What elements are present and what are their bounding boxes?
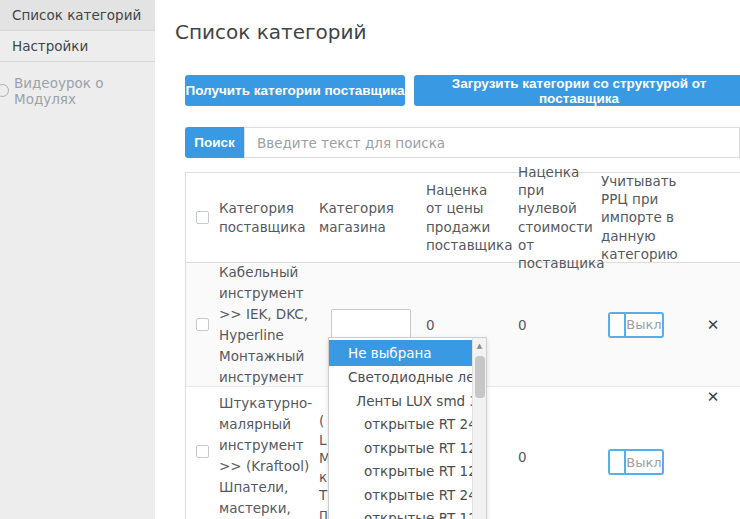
- category-dropdown-list: Не выбрана Светодиодные ленты Ленты LUX …: [329, 340, 472, 519]
- video-circle-icon: [0, 84, 9, 97]
- select-all-checkbox[interactable]: [196, 211, 209, 224]
- scrollbar-thumb[interactable]: [475, 356, 485, 398]
- row-checkbox[interactable]: [196, 445, 209, 458]
- col-supplier-category: Категория поставщика: [219, 199, 319, 235]
- table-header-row: Категория поставщика Категория магазина …: [186, 173, 740, 263]
- sidebar-item-category-list[interactable]: Список категорий: [0, 0, 155, 31]
- dropdown-scrollbar[interactable]: ▲: [472, 338, 486, 519]
- search-input[interactable]: [244, 127, 740, 158]
- col-markup-sale-price: Наценка от цены продажи поставщика: [414, 181, 506, 254]
- get-supplier-categories-button[interactable]: Получить категории поставщика: [185, 75, 405, 106]
- dropdown-option[interactable]: открытые RT 12V 60: [329, 460, 472, 484]
- toggle-knob: [610, 451, 626, 473]
- markup-zero-value: 0: [506, 317, 601, 333]
- markup-sale-value: 0: [414, 317, 506, 333]
- delete-row-icon[interactable]: ✕: [707, 388, 728, 406]
- rrc-toggle[interactable]: Выкл: [608, 449, 664, 475]
- dropdown-option[interactable]: Не выбрана: [329, 340, 472, 366]
- dropdown-option[interactable]: открытые RT 24V 30: [329, 413, 472, 437]
- page-title: Список категорий: [175, 20, 366, 44]
- toggle-label: Выкл: [626, 451, 662, 473]
- sidebar-item-label: Список категорий: [12, 7, 141, 23]
- scroll-up-icon[interactable]: ▲: [473, 338, 486, 353]
- delete-row-icon[interactable]: ✕: [707, 316, 728, 334]
- toggle-label: Выкл: [626, 314, 662, 336]
- search-button[interactable]: Поиск: [185, 127, 244, 158]
- row-checkbox[interactable]: [196, 318, 209, 331]
- supplier-category-text: Кабельный инструмент >> IEK, DKC, Hyperl…: [219, 262, 319, 388]
- module-categories-page: Список категорий Настройки Видеоурок о М…: [0, 0, 740, 519]
- col-markup-zero-cost: Наценка при нулевой стоимости от поставщ…: [506, 163, 601, 272]
- sidebar: Список категорий Настройки Видеоурок о М…: [0, 0, 155, 519]
- dropdown-option[interactable]: открытые RT 12V 60: [329, 437, 472, 461]
- sidebar-item-settings[interactable]: Настройки: [0, 31, 155, 62]
- rrc-toggle[interactable]: Выкл: [608, 312, 664, 338]
- shop-category-select[interactable]: [331, 309, 411, 341]
- dropdown-option[interactable]: Ленты LUX smd 3528: [329, 390, 472, 414]
- category-dropdown: Не выбрана Светодиодные ленты Ленты LUX …: [328, 337, 487, 519]
- sidebar-item-label: Видеоурок о Модулях: [14, 75, 155, 107]
- col-shop-category: Категория магазина: [319, 199, 414, 235]
- sidebar-item-video-tutorial[interactable]: Видеоурок о Модулях: [0, 75, 155, 106]
- sidebar-item-label: Настройки: [12, 38, 88, 54]
- load-categories-structure-button[interactable]: Загрузить категории со структурой от пос…: [414, 75, 740, 106]
- dropdown-option[interactable]: открытые RT 24V 60: [329, 484, 472, 508]
- toggle-knob: [610, 314, 626, 336]
- dropdown-option[interactable]: Светодиодные ленты: [329, 366, 472, 390]
- dropdown-option[interactable]: открытые RT 12V 12: [329, 507, 472, 519]
- markup-zero-value: 0: [506, 449, 601, 465]
- col-rrc-import: Учитывать РРЦ при импорте в данную катег…: [601, 172, 693, 263]
- supplier-category-text: Штукатурно-малярный инструмент >> (Kraft…: [219, 393, 319, 519]
